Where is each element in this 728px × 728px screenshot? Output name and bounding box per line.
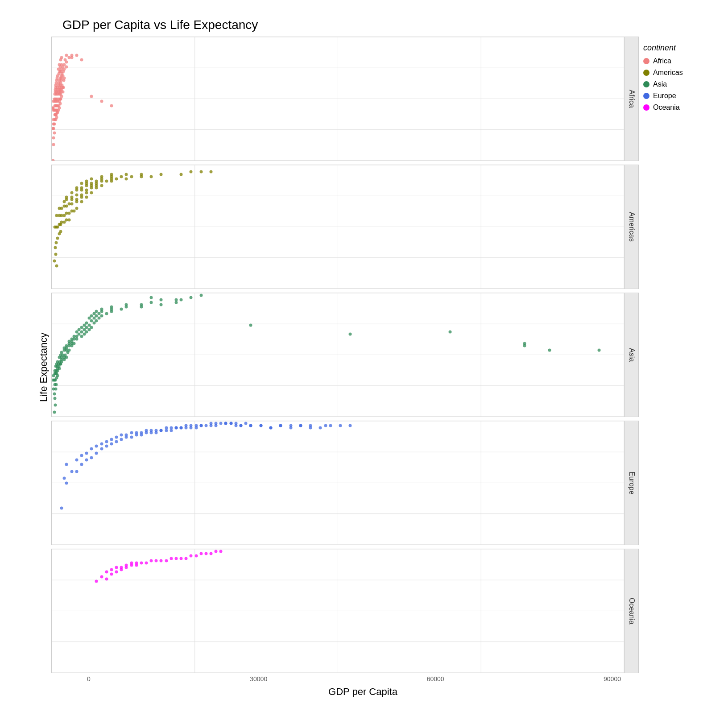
data-point	[58, 63, 61, 66]
data-point	[52, 143, 55, 146]
data-point	[224, 422, 228, 425]
data-point	[155, 559, 158, 562]
data-point	[174, 557, 178, 560]
data-point	[150, 301, 153, 304]
data-point	[59, 230, 62, 233]
data-point	[140, 173, 143, 176]
data-point	[115, 571, 118, 574]
data-point	[100, 175, 103, 178]
data-point	[210, 422, 213, 425]
data-point	[598, 349, 601, 352]
data-point	[135, 561, 138, 564]
data-point	[190, 424, 193, 427]
data-point	[75, 207, 78, 210]
data-point	[55, 264, 58, 267]
data-point	[160, 173, 163, 176]
chart-title: GDP per Capita vs Life Expectancy	[62, 18, 719, 32]
data-point	[204, 552, 207, 555]
data-point	[125, 173, 128, 176]
data-point	[68, 219, 71, 222]
data-point	[53, 132, 56, 135]
data-point	[185, 424, 188, 427]
data-point	[90, 456, 93, 459]
data-point	[324, 424, 327, 427]
data-point	[150, 559, 153, 562]
data-point	[130, 175, 133, 178]
data-point	[234, 424, 237, 427]
data-point	[309, 424, 312, 427]
data-point	[95, 310, 98, 313]
data-point	[120, 175, 123, 178]
legend-dot-europe	[643, 93, 649, 99]
data-point	[75, 470, 78, 473]
data-point	[190, 296, 193, 299]
data-point	[249, 424, 252, 427]
data-point	[174, 426, 178, 430]
data-point	[219, 422, 223, 425]
data-point	[53, 392, 56, 395]
x-tick-30000: 30000	[250, 675, 267, 682]
data-point	[249, 323, 252, 327]
legend: continent Africa Americas Asia Europe	[639, 37, 719, 698]
data-point	[110, 305, 113, 308]
data-point	[349, 333, 352, 336]
data-point	[90, 95, 93, 98]
data-point	[65, 65, 68, 68]
data-point	[100, 443, 103, 446]
data-point	[145, 561, 148, 564]
data-point	[199, 552, 203, 555]
data-point	[53, 260, 56, 263]
data-point	[269, 426, 272, 430]
data-point	[199, 424, 203, 427]
plots-and-legend: 806040 Africa	[51, 37, 719, 698]
data-point	[105, 571, 108, 574]
data-point	[53, 122, 56, 125]
data-point	[120, 566, 123, 569]
data-point	[55, 383, 58, 386]
data-point	[194, 554, 198, 558]
data-point	[160, 303, 163, 306]
data-point	[80, 193, 83, 196]
panel-plot-europe: 806040	[52, 421, 624, 545]
grid-asia	[52, 293, 624, 417]
data-point	[85, 321, 88, 324]
data-point	[100, 575, 103, 578]
data-point	[54, 246, 57, 249]
legend-dot-africa	[643, 58, 649, 64]
legend-dot-oceania	[643, 104, 649, 111]
data-point	[110, 104, 113, 107]
data-point	[150, 296, 153, 299]
data-point	[65, 54, 68, 57]
data-point	[85, 459, 88, 462]
data-point	[125, 177, 128, 180]
data-point	[279, 424, 282, 427]
data-point	[110, 443, 113, 446]
legend-label-asia: Asia	[653, 80, 667, 88]
data-point	[65, 481, 68, 484]
data-point	[115, 440, 118, 443]
data-point	[80, 58, 83, 62]
data-point	[130, 561, 133, 564]
data-point	[52, 388, 55, 391]
data-point	[105, 312, 108, 315]
data-point	[73, 335, 76, 338]
data-point	[194, 424, 198, 427]
data-point	[75, 198, 78, 201]
data-point	[210, 170, 213, 174]
data-point	[130, 431, 133, 434]
data-point	[120, 307, 123, 310]
panel-plot-oceania: 806040	[52, 549, 624, 673]
data-point	[100, 184, 103, 187]
data-point	[329, 424, 332, 427]
data-point	[110, 568, 113, 571]
data-point	[180, 426, 183, 430]
y-axis-label: Life Expectancy	[36, 37, 51, 698]
data-point	[80, 200, 83, 203]
data-point	[95, 179, 98, 182]
data-point	[85, 451, 88, 455]
data-point	[160, 298, 163, 302]
legend-title: continent	[643, 43, 676, 53]
data-point	[75, 186, 78, 190]
legend-item-europe: Europe	[643, 92, 676, 100]
data-point	[120, 438, 123, 441]
